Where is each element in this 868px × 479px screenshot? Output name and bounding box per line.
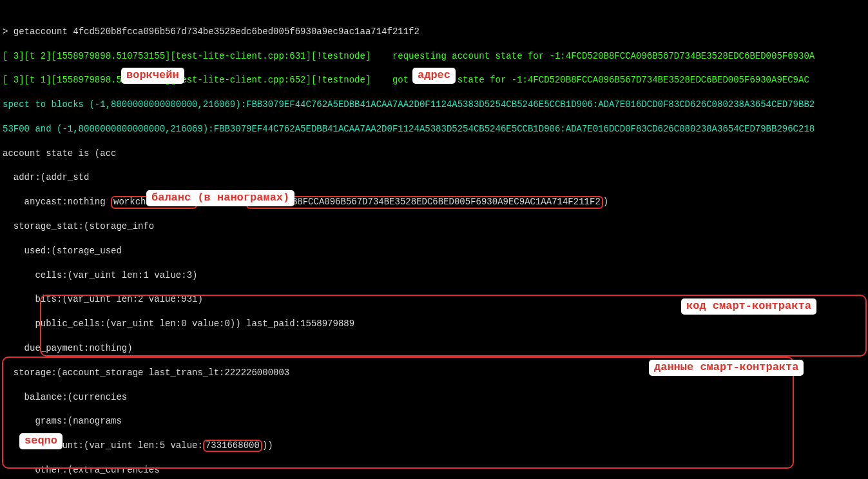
log-line-2-msg: got account state for -1:4FCD520B8FCCA09… [392, 75, 809, 85]
cyan-line-2: 53F00 and (-1,8000000000000000,216069):F… [3, 123, 865, 135]
storage-used: used:(storage_used [3, 245, 865, 257]
cells: cells:(var_uint len:1 value:3) [3, 269, 865, 282]
account-state-is: account state is (acc [3, 148, 865, 160]
log-line-1-msg: requesting account state for -1:4FCD520B… [392, 51, 815, 61]
amount-value: 7331668000 [203, 440, 262, 452]
bits: bits:(var_uint len:2 value:931) [3, 293, 865, 306]
balance: balance:(currencies [3, 391, 865, 404]
grams: grams:(nanograms [3, 415, 865, 427]
amount-post: )) [262, 440, 273, 451]
storage: storage:(account_storage last_trans_lt:2… [3, 367, 865, 379]
anycast-nothing: anycast:nothing [3, 197, 111, 207]
terminal-output[interactable]: > getaccount 4fcd520b8fcca096b567d734be3… [0, 0, 868, 479]
prompt-symbol: > [3, 26, 14, 37]
other: other:(extra_currencies [3, 464, 865, 476]
address-label: address: [197, 197, 246, 207]
storage-stat: storage_stat:(storage_info [3, 220, 865, 233]
workchain-id-value: workchain_id:-1 [111, 196, 197, 208]
log-line-1-prefix: [ 3][t 2][1558979898.510753155][test-lit… [3, 51, 371, 61]
addr-std: addr:(addr_std [3, 171, 865, 184]
command-text: getaccount 4fcd520b8fcca096b567d734be352… [14, 26, 420, 37]
amount-pre: amount:(var_uint len:5 value: [3, 440, 203, 451]
due-payment: due_payment:nothing) [3, 342, 865, 355]
address-value: x4FCD520B8FCCA096B567D734BE3528EDC6BED00… [246, 196, 603, 208]
cyan-line-1: spect to blocks (-1,8000000000000000,216… [3, 99, 865, 111]
public-cells: public_cells:(var_uint len:0 value:0)) l… [3, 318, 865, 330]
log-line-2-prefix: [ 3][t 1][1558979898.555527925][test-lit… [3, 75, 371, 85]
